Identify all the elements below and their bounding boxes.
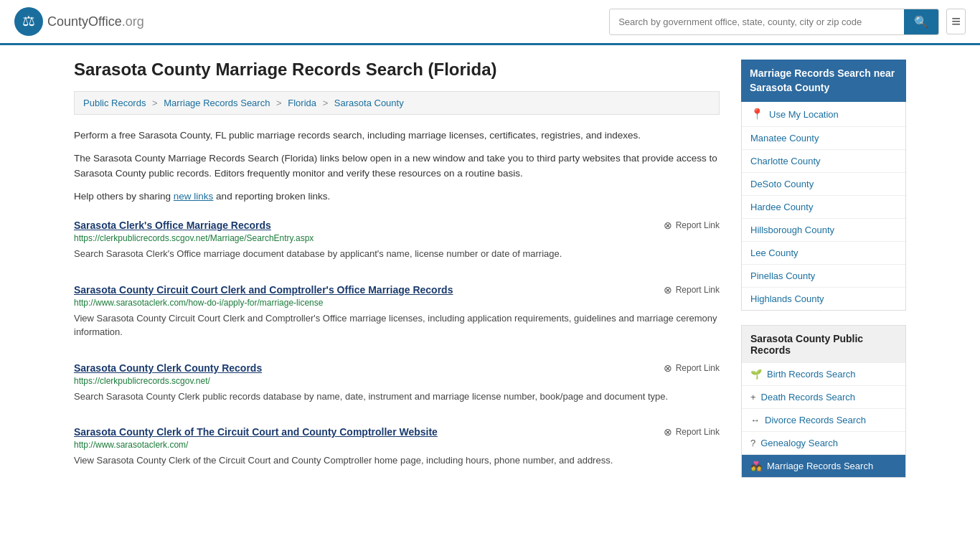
public-records-icon-1: + — [750, 392, 756, 402]
public-records-icon-2: ↔ — [750, 415, 760, 425]
public-records-item[interactable]: ? Genealogy Search — [742, 432, 905, 455]
new-links-link[interactable]: new links — [174, 191, 214, 202]
nearby-county-item[interactable]: Charlotte County — [742, 150, 905, 173]
search-bar[interactable]: 🔍 — [609, 9, 939, 35]
result-desc-3: View Sarasota County Clerk of the Circui… — [74, 453, 720, 468]
sidebar-public-records-list: 🌱 Birth Records Search + Death Records S… — [741, 363, 906, 478]
report-link-label-0: Report Link — [676, 220, 720, 230]
logo-text: CountyOffice.org — [47, 14, 144, 29]
result-desc-2: Search Sarasota County Clerk public reco… — [74, 390, 720, 404]
public-records-item[interactable]: 💑 Marriage Records Search — [742, 455, 905, 477]
report-icon-0: ⊗ — [664, 220, 672, 231]
result-url-3: http://www.sarasotaclerk.com/ — [74, 440, 720, 450]
sidebar: Marriage Records Search near Sarasota Co… — [741, 60, 906, 492]
report-icon-1: ⊗ — [664, 284, 672, 296]
sidebar-public-records-heading: Sarasota County Public Records — [741, 325, 906, 363]
results-list: Sarasota Clerk's Office Marriage Records… — [74, 220, 720, 475]
result-title-0[interactable]: Sarasota Clerk's Office Marriage Records — [74, 220, 271, 231]
result-item: Sarasota County Clerk of The Circuit Cou… — [74, 426, 720, 475]
search-input[interactable] — [610, 11, 904, 33]
result-header: Sarasota County Clerk of The Circuit Cou… — [74, 426, 720, 438]
intro-text-1: Perform a free Sarasota County, FL publi… — [74, 128, 720, 143]
logo[interactable]: ⚖ CountyOffice.org — [14, 7, 144, 36]
public-records-icon-0: 🌱 — [750, 369, 762, 380]
report-link-label-2: Report Link — [676, 363, 720, 373]
nearby-counties-list: Manatee CountyCharlotte CountyDeSoto Cou… — [742, 127, 905, 310]
logo-icon: ⚖ — [14, 7, 43, 36]
report-link-3[interactable]: ⊗ Report Link — [664, 426, 720, 438]
sidebar-nearby-heading: Marriage Records Search near Sarasota Co… — [741, 60, 906, 102]
sidebar-nearby-section: Marriage Records Search near Sarasota Co… — [741, 60, 906, 311]
report-link-label-3: Report Link — [676, 427, 720, 437]
public-records-icon-4: 💑 — [750, 461, 762, 471]
nearby-county-item[interactable]: DeSoto County — [742, 173, 905, 196]
nearby-county-item[interactable]: Lee County — [742, 242, 905, 265]
public-records-item[interactable]: ↔ Divorce Records Search — [742, 409, 905, 432]
page-title: Sarasota County Marriage Records Search … — [74, 60, 720, 80]
nearby-county-item[interactable]: Manatee County — [742, 127, 905, 150]
public-records-link-0[interactable]: Birth Records Search — [767, 369, 856, 380]
result-url-0: https://clerkpublicrecords.scgov.net/Mar… — [74, 233, 720, 243]
nearby-county-link-1[interactable]: Charlotte County — [750, 156, 821, 166]
nearby-county-link-7[interactable]: Highlands County — [750, 293, 824, 304]
public-records-link-3[interactable]: Genealogy Search — [760, 438, 838, 448]
result-desc-1: View Sarasota County Circuit Court Clerk… — [74, 311, 720, 339]
svg-text:⚖: ⚖ — [22, 13, 35, 29]
header-controls: 🔍 ≡ — [609, 9, 966, 35]
result-header: Sarasota County Clerk County Records ⊗ R… — [74, 362, 720, 374]
breadcrumb: Public Records > Marriage Records Search… — [74, 91, 720, 115]
pin-icon: 📍 — [750, 108, 764, 121]
breadcrumb-marriage-records[interactable]: Marriage Records Search — [164, 98, 270, 108]
public-records-link-4[interactable]: Marriage Records Search — [767, 461, 873, 471]
nearby-county-item[interactable]: Hardee County — [742, 196, 905, 219]
result-url-1: http://www.sarasotaclerk.com/how-do-i/ap… — [74, 298, 720, 308]
nearby-county-item[interactable]: Highlands County — [742, 288, 905, 310]
breadcrumb-florida[interactable]: Florida — [288, 98, 316, 108]
use-location-item[interactable]: 📍 Use My Location — [742, 102, 905, 127]
result-title-1[interactable]: Sarasota County Circuit Court Clerk and … — [74, 284, 453, 296]
report-link-0[interactable]: ⊗ Report Link — [664, 220, 720, 231]
result-desc-0: Search Sarasota Clerk's Office marriage … — [74, 247, 720, 261]
public-records-link-2[interactable]: Divorce Records Search — [765, 415, 866, 425]
main-content: Sarasota County Marriage Records Search … — [74, 60, 720, 492]
result-item: Sarasota Clerk's Office Marriage Records… — [74, 220, 720, 268]
result-item: Sarasota County Circuit Court Clerk and … — [74, 284, 720, 347]
report-icon-2: ⊗ — [664, 362, 672, 374]
search-button[interactable]: 🔍 — [904, 9, 938, 34]
nearby-county-link-3[interactable]: Hardee County — [750, 202, 813, 212]
result-header: Sarasota Clerk's Office Marriage Records… — [74, 220, 720, 231]
report-link-label-1: Report Link — [676, 285, 720, 295]
public-records-link-1[interactable]: Death Records Search — [761, 392, 856, 402]
intro-text-2: The Sarasota County Marriage Records Sea… — [74, 151, 720, 182]
result-item: Sarasota County Clerk County Records ⊗ R… — [74, 362, 720, 411]
report-link-2[interactable]: ⊗ Report Link — [664, 362, 720, 374]
result-url-2: https://clerkpublicrecords.scgov.net/ — [74, 376, 720, 386]
menu-icon[interactable]: ≡ — [946, 9, 966, 34]
report-icon-3: ⊗ — [664, 426, 672, 438]
result-title-2[interactable]: Sarasota County Clerk County Records — [74, 362, 262, 374]
page-header: ⚖ CountyOffice.org 🔍 ≡ — [0, 0, 980, 45]
nearby-county-link-4[interactable]: Hillsborough County — [750, 225, 834, 235]
public-records-item[interactable]: + Death Records Search — [742, 386, 905, 409]
nearby-county-link-2[interactable]: DeSoto County — [750, 179, 814, 189]
breadcrumb-sarasota[interactable]: Sarasota County — [334, 98, 404, 108]
result-header: Sarasota County Circuit Court Clerk and … — [74, 284, 720, 296]
nearby-county-link-5[interactable]: Lee County — [750, 248, 798, 258]
use-location-link[interactable]: Use My Location — [769, 109, 839, 120]
public-records-icon-3: ? — [750, 438, 755, 448]
nearby-county-link-0[interactable]: Manatee County — [750, 133, 819, 143]
nearby-county-item[interactable]: Hillsborough County — [742, 219, 905, 242]
nearby-county-item[interactable]: Pinellas County — [742, 265, 905, 288]
report-link-1[interactable]: ⊗ Report Link — [664, 284, 720, 296]
sidebar-nearby-list: 📍 Use My Location Manatee CountyCharlott… — [741, 102, 906, 311]
result-title-3[interactable]: Sarasota County Clerk of The Circuit Cou… — [74, 426, 438, 438]
public-records-item[interactable]: 🌱 Birth Records Search — [742, 363, 905, 386]
sidebar-public-records-section: Sarasota County Public Records 🌱 Birth R… — [741, 325, 906, 478]
public-records-items: 🌱 Birth Records Search + Death Records S… — [742, 363, 905, 477]
main-container: Sarasota County Marriage Records Search … — [60, 45, 920, 507]
breadcrumb-public-records[interactable]: Public Records — [83, 98, 146, 108]
nearby-county-link-6[interactable]: Pinellas County — [750, 270, 815, 281]
intro-text-3: Help others by sharing new links and rep… — [74, 189, 720, 204]
